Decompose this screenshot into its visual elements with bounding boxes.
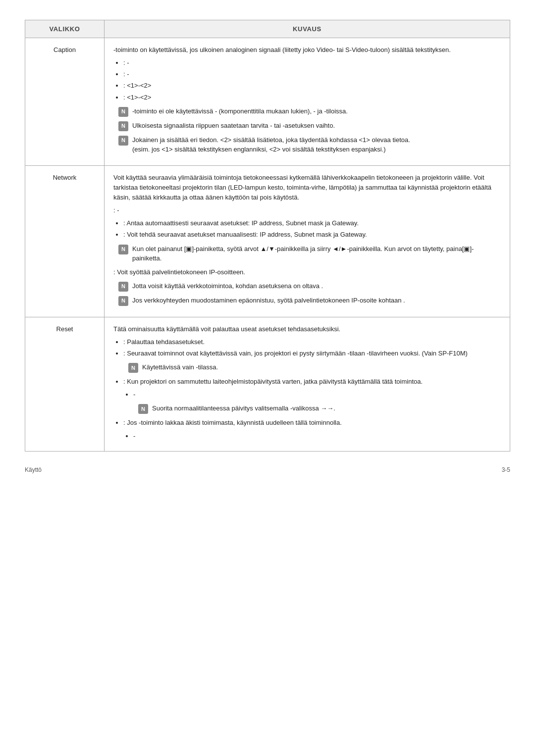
network-intro: Voit käyttää seuraavia ylimääräisiä toim… [113,173,501,202]
note-text: Ulkoisesta signaalista riippuen saatetaa… [132,121,501,131]
note-box: N Jos verkkoyhteyden muodostaminen epäon… [118,296,501,306]
list-item: : - [123,69,501,79]
note-text: Kun olet painanut [▣]-painiketta, syötä … [132,244,501,263]
caption-bullets: : - : - : <1>-<2> : <1>-<2> [123,58,501,102]
note-text: -toiminto ei ole käytettävissä - (kompon… [132,106,501,116]
menu-cell-caption: Caption [25,38,105,166]
menu-cell-network: Network [25,165,105,317]
note-box: N Käytettävissä vain -tilassa. [128,362,501,373]
desc-cell-caption: -toiminto on käytettävissä, jos ulkoinen… [105,38,510,166]
list-item: : Voit tehdä seuraavat asetukset manuaal… [123,230,501,240]
table-row: Caption-toiminto on käytettävissä, jos u… [25,38,510,166]
header-menu: VALIKKO [25,20,105,38]
note-icon: N [118,245,128,254]
desc-cell-reset: Tätä ominaisuutta käyttämällä voit palau… [105,317,510,451]
note-box: N Jokainen ja sisältää eri tiedon. <2> s… [118,135,501,154]
table-row: ResetTätä ominaisuutta käyttämällä voit … [25,317,510,451]
note-text: Jotta voisit käyttää verkkotoimintoa, ko… [132,281,501,291]
caption-intro: -toiminto on käytettävissä, jos ulkoinen… [113,45,501,55]
note-icon: N [118,136,128,146]
list-item: - [133,431,501,441]
menu-cell-reset: Reset [25,317,105,451]
note-icon: N [118,296,128,306]
reset-system-bullets: : Jos -toiminto lakkaa äkisti toimimasta… [123,418,501,441]
reset-sub-bullets: : Kun projektori on sammutettu laiteohje… [123,377,501,400]
reset-intro: Tätä ominaisuutta käyttämällä voit palau… [113,324,501,334]
page-wrapper: VALIKKO KUVAUS Caption-toiminto on käyte… [25,20,510,473]
main-table: VALIKKO KUVAUS Caption-toiminto on käyte… [25,20,510,452]
note-box: N Suorita normaalitilanteessa päivitys v… [138,403,501,414]
list-item: : Seuraavat toiminnot ovat käytettävissä… [123,349,501,358]
table-row: NetworkVoit käyttää seuraavia ylimääräis… [25,165,510,317]
note-icon: N [138,404,148,414]
reset-bullets: : Palauttaa tehdasasetukset. : Seuraavat… [123,337,501,358]
note-text: Suorita normaalitilanteessa päivitys val… [152,403,501,413]
note-text: Käytettävissä vain -tilassa. [142,362,501,372]
list-item: : Kun projektori on sammutettu laiteohje… [123,377,501,387]
note-text: Jos verkkoyhteyden muodostaminen epäonni… [132,296,501,305]
footer-right: 3-5 [502,466,510,473]
network-bullets: : Antaa automaattisesti seuraavat asetuk… [123,218,501,240]
note-icon: N [128,363,138,373]
note-box: N -toiminto ei ole käytettävissä - (komp… [118,106,501,117]
list-item: : Palauttaa tehdasasetukset. [123,337,501,347]
note-text: Jokainen ja sisältää eri tiedon. <2> sis… [132,135,501,154]
note-box: N Kun olet painanut [▣]-painiketta, syöt… [118,244,501,263]
note-icon: N [118,282,128,292]
list-item: : <1>-<2> [123,93,501,102]
network-server: : Voit syöttää palvelintietokoneen IP-os… [113,267,501,277]
list-item: : - [123,58,501,68]
list-item: : <1>-<2> [123,81,501,91]
note-icon: N [118,121,128,131]
note-box: N Jotta voisit käyttää verkkotoimintoa, … [118,281,501,292]
list-item: : Jos -toiminto lakkaa äkisti toimimasta… [123,418,501,428]
list-item: : Antaa automaattisesti seuraavat asetuk… [123,218,501,228]
desc-cell-network: Voit käyttää seuraavia ylimääräisiä toim… [105,165,510,317]
header-desc: KUVAUS [105,20,510,38]
note-box: N Ulkoisesta signaalista riippuen saatet… [118,121,501,131]
list-item: - [133,390,501,400]
note-icon: N [118,107,128,117]
page-footer: Käyttö 3-5 [25,466,510,473]
footer-left: Käyttö [25,466,42,473]
network-item: : - [113,205,501,215]
